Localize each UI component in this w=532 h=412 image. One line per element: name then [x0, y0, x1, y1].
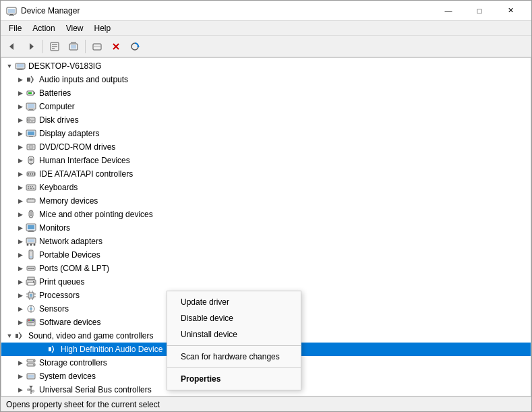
ctx-disable-device[interactable]: Disable device [167, 310, 301, 326]
menu-action[interactable]: Action [27, 22, 60, 34]
tree-item-dvd[interactable]: ▶ DVD/CD-ROM drives [1, 140, 531, 154]
device-manager-window: Device Manager — □ ✕ File Action View He… [0, 0, 532, 412]
computer-expander[interactable]: ▶ [15, 101, 26, 112]
root-expander[interactable]: ▼ [4, 61, 15, 71]
svg-rect-67 [28, 225, 34, 229]
tree-item-portable[interactable]: ▶ Portable Devices [1, 248, 531, 262]
memory-expander[interactable]: ▶ [15, 196, 26, 206]
memory-icon [26, 196, 36, 206]
ide-expander[interactable]: ▶ [15, 169, 26, 179]
processors-expander[interactable]: ▶ [15, 290, 26, 301]
dvd-icon [26, 142, 36, 152]
disk-expander[interactable]: ▶ [15, 115, 26, 125]
tree-item-batteries[interactable]: ▶ Batteries [1, 86, 531, 100]
menu-file[interactable]: File [3, 22, 27, 34]
tree-item-print[interactable]: ▶ Print queues [1, 275, 531, 289]
disk-icon [26, 115, 36, 125]
network-expander[interactable]: ▶ [15, 236, 26, 247]
update-driver-button[interactable] [65, 38, 82, 55]
ctx-scan-hardware[interactable]: Scan for hardware changes [167, 349, 301, 365]
portable-expander[interactable]: ▶ [15, 249, 26, 260]
svg-rect-11 [71, 45, 76, 49]
forward-button[interactable] [22, 38, 40, 55]
disable-button[interactable] [88, 38, 106, 55]
software-expander[interactable]: ▶ [15, 317, 26, 328]
tree-item-monitors[interactable]: ▶ Monitors [1, 221, 531, 235]
svg-rect-87 [28, 283, 34, 285]
svg-point-115 [33, 364, 34, 365]
hid-expander[interactable]: ▶ [15, 155, 26, 166]
sound-icon [15, 330, 26, 341]
tree-item-ports[interactable]: ▶ Ports (COM & LPT) [1, 262, 531, 275]
svg-rect-68 [29, 231, 33, 231]
monitors-expander[interactable]: ▶ [15, 223, 26, 233]
svg-rect-90 [30, 294, 32, 297]
mouse-expander[interactable]: ▶ [15, 209, 26, 220]
portable-label: Portable Devices [39, 250, 100, 260]
tree-root[interactable]: ▼ DESKTOP-V6183IG [1, 59, 531, 73]
storage-icon [26, 357, 36, 368]
batteries-icon [26, 88, 36, 98]
svg-rect-105 [28, 320, 30, 321]
computer-label: Computer [39, 102, 75, 111]
ctx-properties[interactable]: Properties [167, 371, 301, 387]
svg-point-49 [30, 173, 31, 175]
audio-expander[interactable]: ▶ [15, 74, 26, 85]
window-controls: — □ ✕ [433, 1, 526, 21]
svg-point-100 [30, 307, 32, 310]
back-button[interactable] [3, 38, 21, 55]
svg-rect-107 [32, 320, 34, 321]
system-expander[interactable]: ▶ [15, 371, 26, 382]
hd-audio-expander [36, 344, 47, 355]
minimize-button[interactable]: — [433, 1, 464, 21]
hd-audio-icon [47, 344, 58, 355]
sensors-expander[interactable]: ▶ [15, 303, 26, 314]
ports-label: Ports (COM & LPT) [39, 264, 109, 273]
properties-button[interactable] [46, 38, 63, 55]
tree-item-computer[interactable]: ▶ Computer [1, 100, 531, 113]
svg-point-33 [28, 119, 29, 120]
tree-item-mouse[interactable]: ▶ Mice and other pointing devices [1, 208, 531, 221]
menu-view[interactable]: View [61, 22, 89, 34]
maximize-button[interactable]: □ [464, 1, 495, 21]
svg-marker-18 [137, 45, 140, 47]
ide-icon [26, 169, 36, 179]
software-icon [26, 317, 36, 328]
print-expander[interactable]: ▶ [15, 276, 26, 287]
uninstall-button[interactable] [107, 38, 125, 55]
menu-help[interactable]: Help [89, 22, 117, 34]
close-button[interactable]: ✕ [495, 1, 526, 21]
tree-item-network[interactable]: ▶ Network adapters [1, 235, 531, 248]
batteries-expander[interactable]: ▶ [15, 88, 26, 98]
svg-rect-54 [30, 186, 31, 187]
svg-rect-69 [28, 231, 34, 232]
tree-item-memory[interactable]: ▶ Memory devices [1, 194, 531, 208]
monitors-icon [26, 223, 36, 233]
tree-item-disk[interactable]: ▶ Disk drives [1, 113, 531, 127]
svg-rect-56 [28, 188, 29, 189]
tree-item-display[interactable]: ▶ Display adapters [1, 127, 531, 140]
keyboard-icon [26, 182, 36, 193]
scan-button[interactable] [126, 38, 144, 55]
batteries-label: Batteries [39, 88, 71, 98]
hid-icon [26, 155, 36, 166]
tree-item-audio[interactable]: ▶ Audio inputs and outputs [1, 73, 531, 86]
ctx-uninstall-device[interactable]: Uninstall device [167, 326, 301, 343]
dvd-expander[interactable]: ▶ [15, 142, 26, 152]
ports-expander[interactable]: ▶ [15, 263, 26, 274]
svg-point-122 [32, 390, 34, 392]
svg-rect-28 [28, 104, 34, 108]
display-expander[interactable]: ▶ [15, 128, 26, 139]
tree-item-hid[interactable]: ▶ Human Interface Devices [1, 154, 531, 167]
status-bar: Opens property sheet for the current sel… [1, 396, 531, 411]
display-icon [26, 128, 36, 139]
usb-expander[interactable]: ▶ [15, 384, 26, 395]
tree-item-keyboard[interactable]: ▶ Keyboards [1, 181, 531, 194]
tree-item-ide[interactable]: ▶ IDE ATA/ATAPI controllers [1, 167, 531, 181]
storage-expander[interactable]: ▶ [15, 357, 26, 368]
svg-rect-1 [8, 9, 15, 13]
sound-expander[interactable]: ▼ [4, 330, 15, 341]
keyboard-expander[interactable]: ▶ [15, 182, 26, 193]
svg-rect-85 [28, 277, 34, 280]
ctx-update-driver[interactable]: Update driver [167, 294, 301, 310]
